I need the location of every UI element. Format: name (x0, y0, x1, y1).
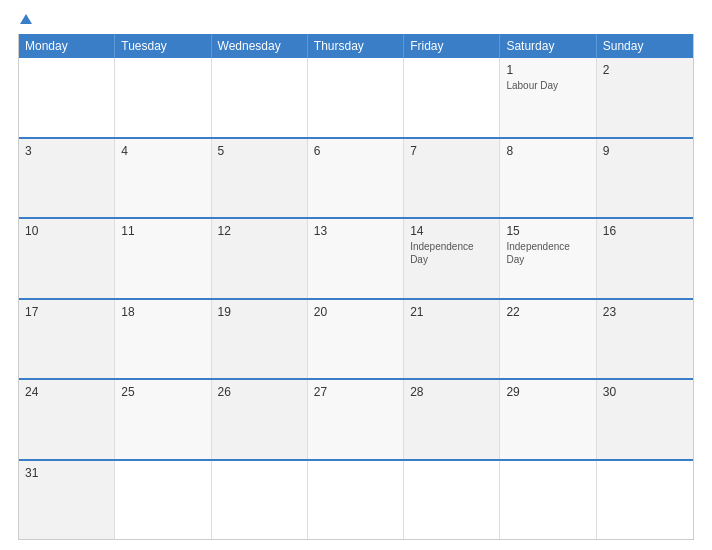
day-number: 10 (25, 224, 108, 238)
day-number: 9 (603, 144, 687, 158)
day-cell (404, 461, 500, 540)
day-cell: 26 (212, 380, 308, 459)
day-number: 22 (506, 305, 589, 319)
week-row-2: 1011121314Independence Day15Independence… (19, 217, 693, 298)
day-number: 8 (506, 144, 589, 158)
day-number: 13 (314, 224, 397, 238)
day-cell: 16 (597, 219, 693, 298)
day-header-tuesday: Tuesday (115, 34, 211, 58)
day-cell (115, 461, 211, 540)
day-number: 28 (410, 385, 493, 399)
day-number: 20 (314, 305, 397, 319)
day-cell: 29 (500, 380, 596, 459)
day-cell: 4 (115, 139, 211, 218)
day-number: 5 (218, 144, 301, 158)
day-cell: 21 (404, 300, 500, 379)
day-number: 17 (25, 305, 108, 319)
day-cell: 30 (597, 380, 693, 459)
day-header-monday: Monday (19, 34, 115, 58)
day-header-wednesday: Wednesday (212, 34, 308, 58)
day-cell: 11 (115, 219, 211, 298)
day-headers-row: MondayTuesdayWednesdayThursdayFridaySatu… (19, 34, 693, 58)
week-row-4: 24252627282930 (19, 378, 693, 459)
day-cell (404, 58, 500, 137)
day-cell (597, 461, 693, 540)
day-cell: 2 (597, 58, 693, 137)
day-number: 18 (121, 305, 204, 319)
week-row-3: 17181920212223 (19, 298, 693, 379)
day-cell: 8 (500, 139, 596, 218)
holiday-label: Labour Day (506, 79, 589, 92)
day-cell: 22 (500, 300, 596, 379)
day-number: 26 (218, 385, 301, 399)
day-cell: 20 (308, 300, 404, 379)
header (18, 14, 694, 24)
day-number: 1 (506, 63, 589, 77)
day-cell: 9 (597, 139, 693, 218)
day-number: 27 (314, 385, 397, 399)
day-cell (212, 461, 308, 540)
logo-triangle-icon (20, 14, 32, 24)
day-cell (212, 58, 308, 137)
day-cell: 24 (19, 380, 115, 459)
week-row-1: 3456789 (19, 137, 693, 218)
day-number: 7 (410, 144, 493, 158)
day-number: 4 (121, 144, 204, 158)
holiday-label: Independence Day (410, 240, 493, 266)
day-number: 3 (25, 144, 108, 158)
day-cell: 6 (308, 139, 404, 218)
day-cell: 10 (19, 219, 115, 298)
day-number: 12 (218, 224, 301, 238)
day-cell: 14Independence Day (404, 219, 500, 298)
weeks-container: 1Labour Day234567891011121314Independenc… (19, 58, 693, 539)
logo (18, 14, 32, 24)
day-number: 11 (121, 224, 204, 238)
day-header-thursday: Thursday (308, 34, 404, 58)
week-row-5: 31 (19, 459, 693, 540)
day-header-saturday: Saturday (500, 34, 596, 58)
day-number: 14 (410, 224, 493, 238)
calendar-page: MondayTuesdayWednesdayThursdayFridaySatu… (0, 0, 712, 550)
calendar-grid: MondayTuesdayWednesdayThursdayFridaySatu… (18, 34, 694, 540)
holiday-label: Independence Day (506, 240, 589, 266)
day-header-friday: Friday (404, 34, 500, 58)
day-cell: 17 (19, 300, 115, 379)
day-number: 23 (603, 305, 687, 319)
day-header-sunday: Sunday (597, 34, 693, 58)
day-number: 6 (314, 144, 397, 158)
day-cell: 3 (19, 139, 115, 218)
day-cell: 19 (212, 300, 308, 379)
day-cell: 18 (115, 300, 211, 379)
day-cell: 23 (597, 300, 693, 379)
day-cell (19, 58, 115, 137)
day-cell: 27 (308, 380, 404, 459)
day-cell (115, 58, 211, 137)
day-cell (308, 461, 404, 540)
week-row-0: 1Labour Day2 (19, 58, 693, 137)
day-cell: 12 (212, 219, 308, 298)
day-cell: 13 (308, 219, 404, 298)
day-cell: 15Independence Day (500, 219, 596, 298)
day-number: 31 (25, 466, 108, 480)
day-cell: 31 (19, 461, 115, 540)
day-cell (308, 58, 404, 137)
day-number: 15 (506, 224, 589, 238)
day-cell (500, 461, 596, 540)
day-cell: 28 (404, 380, 500, 459)
day-number: 24 (25, 385, 108, 399)
day-number: 2 (603, 63, 687, 77)
day-cell: 5 (212, 139, 308, 218)
day-number: 30 (603, 385, 687, 399)
day-cell: 7 (404, 139, 500, 218)
day-number: 16 (603, 224, 687, 238)
day-cell: 25 (115, 380, 211, 459)
day-number: 19 (218, 305, 301, 319)
day-cell: 1Labour Day (500, 58, 596, 137)
day-number: 21 (410, 305, 493, 319)
day-number: 29 (506, 385, 589, 399)
day-number: 25 (121, 385, 204, 399)
